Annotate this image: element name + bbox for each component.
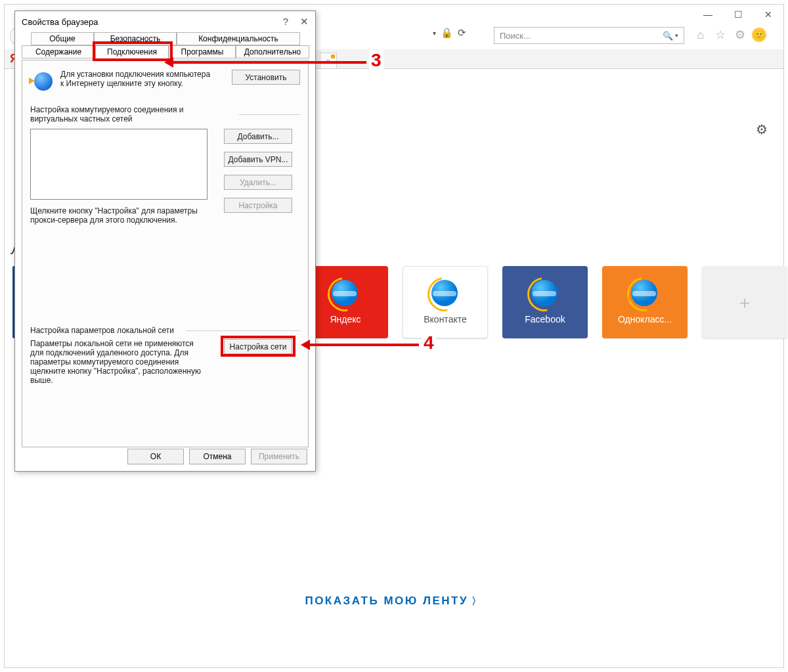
ie-icon [631,280,659,307]
dropdown-caret-icon[interactable]: ▾ [433,30,436,37]
dialog-title: Свойства браузера [22,17,98,27]
new-tab-button[interactable]: ▫ [320,53,337,68]
connection-icon [30,70,54,93]
page-gear-icon[interactable]: ⚙ [756,122,768,137]
home-icon[interactable]: ⌂ [693,27,709,43]
tab-advanced[interactable]: Дополнительно [236,45,309,58]
minimize-button[interactable]: — [693,5,723,24]
chevron-right-icon: 〉 [471,595,483,606]
install-text: Для установки подключения компьютера к И… [60,70,211,88]
add-button[interactable]: Добавить... [224,129,292,144]
annotation-arrow-3 [172,61,366,64]
lock-icon: 🔒 [441,27,453,39]
dialog-close-icon[interactable]: ✕ [300,16,309,28]
tab-general[interactable]: Общие [31,32,94,45]
lan-text: Параметры локальной сети не применяются … [30,339,208,385]
install-button[interactable]: Установить [232,70,300,85]
refresh-icon[interactable]: ⟳ [458,27,466,39]
tile-add[interactable]: ＋ [702,266,787,338]
delete-button: Удалить... [224,175,292,190]
search-input[interactable]: Поиск... 🔍 ▾ [494,27,684,44]
tab-privacy[interactable]: Конфиденциальность [177,32,300,45]
dialog-content: Для установки подключения компьютера к И… [22,60,309,447]
feedback-smiley-icon[interactable]: 🙂 [752,28,766,42]
tile-label: Яндекс [330,314,361,325]
cancel-button[interactable]: Отмена [189,449,246,464]
help-icon[interactable]: ? [283,16,288,28]
tile-odnoklassniki[interactable]: Однокласс... [602,266,688,338]
tile-label: Facebook [525,314,565,325]
ie-icon [431,280,459,307]
tab-content[interactable]: Содержание [22,45,95,58]
internet-options-dialog: Свойства браузера ? ✕ Общие Безопасность… [14,11,316,472]
divider [239,114,300,115]
search-icon[interactable]: 🔍 ▾ [663,31,678,41]
ie-icon [531,280,559,307]
tile-vkontakte[interactable]: Вконтакте [403,266,488,338]
close-button[interactable]: ✕ [753,5,783,24]
annotation-number-3: 3 [369,50,383,71]
connections-listbox[interactable] [30,129,208,200]
speed-dial-tiles: Яндекс Вконтакте Facebook Однокласс... ＋ [303,266,787,338]
ok-button[interactable]: ОК [127,449,184,464]
tab-connections[interactable]: Подключения [95,45,169,58]
maximize-button[interactable]: ☐ [723,5,753,24]
ie-icon [332,280,359,307]
annotation-arrow-4 [309,344,419,346]
lan-settings-button[interactable]: Настройка сети [224,339,292,354]
show-feed-label: ПОКАЗАТЬ МОЮ ЛЕНТУ [305,594,468,607]
divider [186,330,300,331]
tile-facebook[interactable]: Facebook [502,266,588,338]
window-controls: — ☐ ✕ [693,5,783,24]
tile-label: Вконтакте [424,314,467,325]
dialog-footer: ОК Отмена Применить [127,449,307,464]
apply-button: Применить [251,449,307,464]
annotation-number-4: 4 [422,332,436,353]
search-placeholder: Поиск... [500,31,531,41]
plus-icon: ＋ [736,291,753,314]
lan-section-header: Настройка параметров локальной сети [30,326,174,335]
tile-label: Однокласс... [618,314,672,325]
dialog-tabs: Общие Безопасность Конфиденциальность Со… [22,32,309,60]
dialog-titlebar: Свойства браузера ? ✕ [15,11,315,32]
tab-programs[interactable]: Программы [169,45,236,58]
url-indicators: ▾ 🔒 ⟳ [433,27,466,39]
connection-settings-button: Настройка [224,198,292,213]
proxy-hint: Щелкните кнопку "Настройка" для параметр… [30,206,211,225]
show-feed-link[interactable]: ПОКАЗАТЬ МОЮ ЛЕНТУ〉 [5,594,783,608]
add-vpn-button[interactable]: Добавить VPN... [224,152,292,167]
favorites-icon[interactable]: ☆ [712,27,728,43]
dialup-section-header: Настройка коммутируемого соединения и ви… [30,105,227,123]
toolbar-icon-group: ⌂ ☆ ⚙ 🙂 [693,27,766,43]
gear-icon[interactable]: ⚙ [732,27,748,43]
tab-security[interactable]: Безопасность [94,32,177,45]
